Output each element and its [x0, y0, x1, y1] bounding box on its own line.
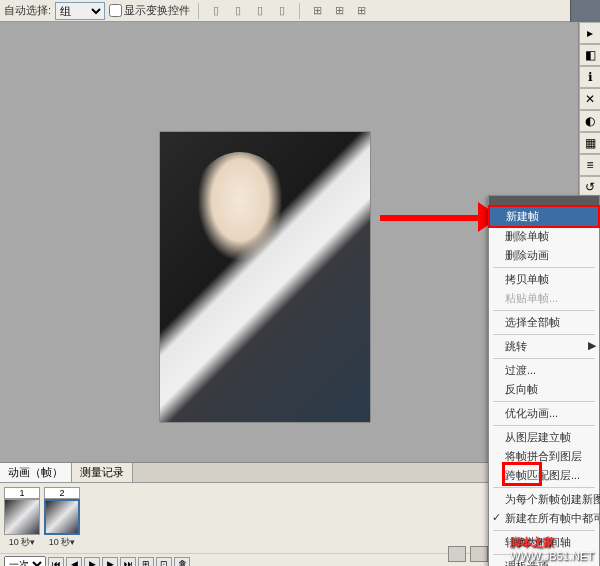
menu-item[interactable]: 选择全部帧: [489, 313, 599, 332]
frame-thumbnail[interactable]: 210 秒▾: [44, 487, 80, 549]
menu-item[interactable]: 反向帧: [489, 380, 599, 399]
info-icon[interactable]: ℹ: [579, 66, 600, 88]
first-frame-button[interactable]: ⏮: [48, 557, 64, 566]
menu-corner: [570, 0, 600, 22]
menu-item[interactable]: 从图层建立帧: [489, 428, 599, 447]
separator: [198, 3, 199, 19]
menu-item[interactable]: 为每个新帧创建新图层: [489, 490, 599, 509]
tween-button[interactable]: ⊞: [138, 557, 154, 566]
align-icon[interactable]: ▯: [273, 2, 291, 20]
tab-measurement[interactable]: 测量记录: [72, 463, 133, 482]
distribute-icon[interactable]: ⊞: [352, 2, 370, 20]
tool-icon[interactable]: ✕: [579, 88, 600, 110]
photo-canvas[interactable]: [160, 132, 370, 422]
layers-icon[interactable]: ≡: [579, 154, 600, 176]
panel-toggle-icon[interactable]: ▸: [579, 22, 600, 44]
tab-animation[interactable]: 动画（帧）: [0, 463, 72, 482]
annotation-highlight: [502, 462, 542, 486]
color-icon[interactable]: ◐: [579, 110, 600, 132]
next-frame-button[interactable]: ▶: [102, 557, 118, 566]
align-icon[interactable]: ▯: [207, 2, 225, 20]
menu-item[interactable]: 删除动画: [489, 246, 599, 265]
menu-item: 粘贴单帧...: [489, 289, 599, 308]
align-icon[interactable]: ▯: [229, 2, 247, 20]
separator: [299, 3, 300, 19]
annotation-arrow: [380, 202, 500, 232]
auto-select-label: 自动选择:: [4, 3, 51, 18]
menu-item[interactable]: 过渡...: [489, 361, 599, 380]
menu-item[interactable]: 优化动画...: [489, 404, 599, 423]
play-button[interactable]: ▶: [84, 557, 100, 566]
transform-checkbox[interactable]: 显示变换控件: [109, 3, 190, 18]
checkbox-icon[interactable]: [109, 4, 122, 17]
align-icon[interactable]: ▯: [251, 2, 269, 20]
animation-flyout-menu: 新建帧删除单帧删除动画拷贝单帧粘贴单帧...选择全部帧跳转▶过渡...反向帧优化…: [488, 195, 600, 566]
loop-select[interactable]: 一次: [4, 556, 46, 566]
delete-frame-button[interactable]: 🗑: [174, 557, 190, 566]
frame-thumbnail[interactable]: 110 秒▾: [4, 487, 40, 549]
distribute-icon[interactable]: ⊞: [308, 2, 326, 20]
menu-item[interactable]: 拷贝单帧: [489, 270, 599, 289]
prev-frame-button[interactable]: ◀: [66, 557, 82, 566]
auto-select-dropdown[interactable]: 组: [55, 2, 105, 20]
menu-item[interactable]: 跳转▶: [489, 337, 599, 356]
last-frame-button[interactable]: ⏭: [120, 557, 136, 566]
watermark: 脚本之家 WWW.JB51.NET: [510, 535, 594, 562]
menu-item[interactable]: 新建在所有帧中都可见...✓: [489, 509, 599, 528]
new-frame-button[interactable]: ⊡: [156, 557, 172, 566]
options-toolbar: 自动选择: 组 显示变换控件 ▯ ▯ ▯ ▯ ⊞ ⊞ ⊞: [0, 0, 600, 22]
menu-item[interactable]: 删除单帧: [489, 227, 599, 246]
status-icon: [470, 546, 488, 562]
distribute-icon[interactable]: ⊞: [330, 2, 348, 20]
menu-item[interactable]: 新建帧: [488, 205, 600, 228]
nav-icon[interactable]: ◧: [579, 44, 600, 66]
status-icon: [448, 546, 466, 562]
swatch-icon[interactable]: ▦: [579, 132, 600, 154]
